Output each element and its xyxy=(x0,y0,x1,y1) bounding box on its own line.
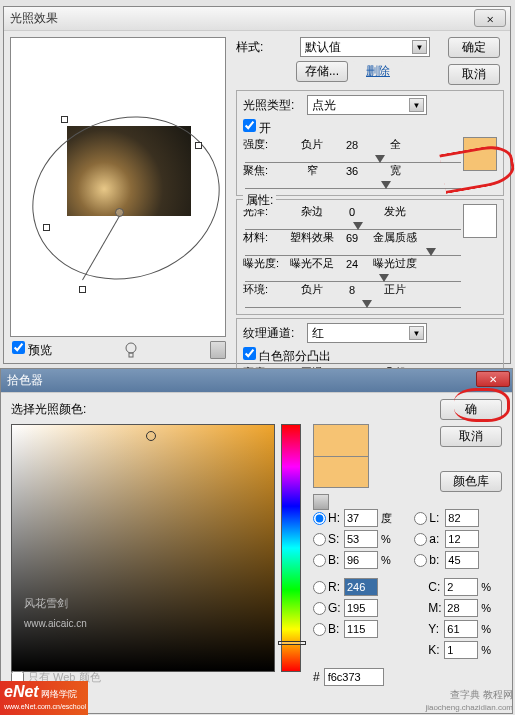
enet-watermark: eNet 网络学院 www.eNet.com.cn/eschool xyxy=(0,681,88,715)
b-input[interactable] xyxy=(344,620,378,638)
lighting-effects-dialog: 光照效果 ⨉ 预览 样式: 默认值▼ xyxy=(3,6,511,364)
hex-input[interactable] xyxy=(324,668,384,686)
cancel-button[interactable]: 取消 xyxy=(440,426,502,447)
lab-b-radio[interactable] xyxy=(414,554,427,567)
hue-cursor[interactable] xyxy=(278,641,306,645)
b-input-row[interactable]: B: xyxy=(313,620,397,638)
light-enable-label[interactable]: 开 xyxy=(243,121,271,135)
light-preview[interactable] xyxy=(10,37,226,337)
material-slider[interactable]: 材料:塑料效果69金属质感 xyxy=(243,230,463,245)
g-input[interactable] xyxy=(344,599,378,617)
color-preview-swatches xyxy=(313,424,369,488)
svg-point-0 xyxy=(126,343,136,353)
ellipse-handle[interactable] xyxy=(79,286,86,293)
b-radio[interactable] xyxy=(313,623,326,636)
white-high-checkbox[interactable] xyxy=(243,347,256,360)
r-input-row[interactable]: R: xyxy=(313,578,397,596)
hue-input[interactable] xyxy=(344,509,378,527)
r-radio[interactable] xyxy=(313,581,326,594)
delete-style-button[interactable]: 删除 xyxy=(352,61,404,82)
ambience-slider[interactable]: 环境:负片8正片 xyxy=(243,282,463,297)
ellipse-handle[interactable] xyxy=(43,224,50,231)
lighting-titlebar[interactable]: 光照效果 ⨉ xyxy=(4,7,510,31)
texture-channel-label: 纹理通道: xyxy=(243,325,303,342)
lab-b-input-row[interactable]: b: xyxy=(414,551,497,569)
chazidian-watermark: 查字典 教程网 jiaocheng.chazidian.com xyxy=(425,689,513,713)
lighting-title: 光照效果 xyxy=(10,10,58,27)
lab-b-input[interactable] xyxy=(445,551,479,569)
light-ellipse[interactable] xyxy=(11,93,241,304)
intensity-slider[interactable]: 强度: 负片 28 全 xyxy=(243,137,463,152)
l-input[interactable] xyxy=(445,509,479,527)
bri-input-row[interactable]: B:% xyxy=(313,551,397,569)
save-style-button[interactable]: 存储... xyxy=(296,61,348,82)
a-input[interactable] xyxy=(445,530,479,548)
ok-button[interactable]: 确 xyxy=(440,399,502,420)
y-input[interactable] xyxy=(444,620,478,638)
preview-checkbox-label[interactable]: 预览 xyxy=(12,341,52,359)
close-button[interactable]: ✕ xyxy=(476,371,510,387)
cancel-button[interactable]: 取消 xyxy=(448,64,500,85)
bri-radio[interactable] xyxy=(313,554,326,567)
gamut-warning-icon[interactable] xyxy=(313,494,329,510)
trash-icon[interactable] xyxy=(210,341,226,359)
white-high-label[interactable]: 白色部分凸出 xyxy=(243,349,331,363)
light-type-label: 光照类型: xyxy=(243,97,303,114)
old-color-swatch[interactable] xyxy=(313,456,369,488)
ellipse-handle[interactable] xyxy=(61,116,68,123)
saturation-cursor[interactable] xyxy=(146,431,156,441)
c-input[interactable] xyxy=(444,578,478,596)
picker-titlebar[interactable]: 拾色器 ✕ xyxy=(1,369,512,393)
texture-channel-dropdown[interactable]: 红▼ xyxy=(307,323,427,343)
close-icon: ✕ xyxy=(489,374,497,385)
l-radio[interactable] xyxy=(414,512,427,525)
hue-input-row[interactable]: H:度 xyxy=(313,509,397,527)
chevron-down-icon: ▼ xyxy=(409,98,424,112)
sat-input-row[interactable]: S:% xyxy=(313,530,397,548)
k-input-row: K:% xyxy=(414,641,497,659)
sat-input[interactable] xyxy=(344,530,378,548)
ok-button[interactable]: 确定 xyxy=(448,37,500,58)
light-type-fieldset: 光照类型: 点光▼ 开 强度: 负片 28 全 聚焦: xyxy=(236,90,504,196)
saturation-box[interactable] xyxy=(11,424,275,672)
close-button[interactable]: ⨉ xyxy=(474,9,506,27)
picker-title: 拾色器 xyxy=(7,372,43,389)
g-radio[interactable] xyxy=(313,602,326,615)
k-input[interactable] xyxy=(444,641,478,659)
y-input-row: Y:% xyxy=(414,620,497,638)
bri-input[interactable] xyxy=(344,551,378,569)
m-input[interactable] xyxy=(444,599,478,617)
svg-rect-1 xyxy=(129,353,133,357)
color-library-button[interactable]: 颜色库 xyxy=(440,471,502,492)
chevron-down-icon: ▼ xyxy=(409,326,424,340)
hue-slider[interactable] xyxy=(281,424,301,672)
light-type-dropdown[interactable]: 点光▼ xyxy=(307,95,427,115)
hue-radio[interactable] xyxy=(313,512,326,525)
lightbulb-icon[interactable] xyxy=(122,341,140,359)
preview-checkbox[interactable] xyxy=(12,341,25,354)
sat-radio[interactable] xyxy=(313,533,326,546)
new-color-swatch[interactable] xyxy=(313,424,369,456)
picker-subtitle: 选择光照颜色: xyxy=(11,401,504,418)
style-dropdown[interactable]: 默认值▼ xyxy=(300,37,430,57)
ellipse-handle[interactable] xyxy=(195,142,202,149)
style-label: 样式: xyxy=(236,39,296,56)
g-input-row[interactable]: G: xyxy=(313,599,397,617)
watermark-url: www.aicaic.cn xyxy=(24,618,87,629)
c-input-row: C:% xyxy=(414,578,497,596)
exposure-slider[interactable]: 曝光度:曝光不足24曝光过度 xyxy=(243,256,463,271)
l-input-row[interactable]: L: xyxy=(414,509,497,527)
a-input-row[interactable]: a: xyxy=(414,530,497,548)
ambient-color-swatch[interactable] xyxy=(463,204,497,238)
a-radio[interactable] xyxy=(414,533,427,546)
m-input-row: M:% xyxy=(414,599,497,617)
chevron-down-icon: ▼ xyxy=(412,40,427,54)
focus-slider[interactable]: 聚焦: 窄 36 宽 xyxy=(243,163,463,178)
light-color-swatch[interactable] xyxy=(463,137,497,171)
light-enable-checkbox[interactable] xyxy=(243,119,256,132)
close-icon: ⨉ xyxy=(487,12,493,25)
watermark-text: 风花雪剑 xyxy=(24,596,68,611)
hex-input-row[interactable]: # xyxy=(313,668,497,686)
r-input[interactable] xyxy=(344,578,378,596)
properties-fieldset: 属性: 光泽:杂边0发光 材料:塑料效果69金属质感 曝光度:曝光不足24曝光过… xyxy=(236,199,504,315)
